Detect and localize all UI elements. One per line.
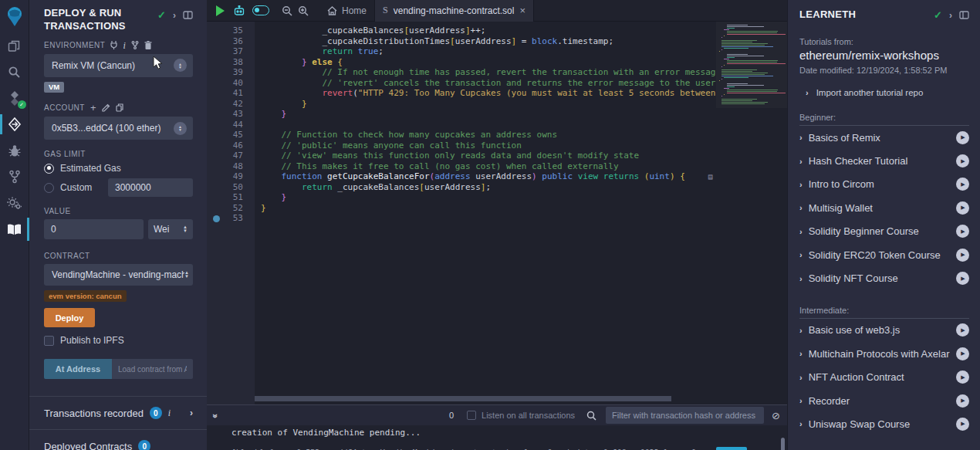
line-number[interactable]: 46: [207, 140, 255, 151]
edit-account-icon[interactable]: [102, 103, 110, 112]
custom-gas-radio[interactable]: [44, 183, 54, 193]
horizontal-scrollbar[interactable]: [255, 396, 671, 401]
line-number[interactable]: 53: [207, 213, 255, 224]
line-number[interactable]: 47: [207, 151, 255, 161]
pin-panel-icon[interactable]: [183, 11, 193, 19]
close-tab-icon[interactable]: ×: [519, 5, 525, 16]
line-number[interactable]: 38: [207, 57, 255, 68]
deployed-contracts-section[interactable]: Deployed Contracts 0: [29, 429, 207, 450]
copy-account-icon[interactable]: [116, 103, 123, 112]
start-tutorial-play-button[interactable]: ▶: [956, 154, 969, 167]
run-script-play-icon[interactable]: [216, 5, 225, 16]
start-tutorial-play-button[interactable]: ▶: [956, 418, 969, 431]
line-number[interactable]: 37: [207, 46, 255, 57]
plug-icon[interactable]: [110, 41, 117, 49]
copilot-toggle[interactable]: [252, 5, 269, 15]
line-number[interactable]: 43: [207, 109, 255, 120]
tutorial-item[interactable]: ›Basic use of web3.js▶: [799, 319, 969, 342]
line-number[interactable]: 36: [207, 36, 255, 47]
line-number[interactable]: 42: [207, 99, 255, 110]
start-tutorial-play-button[interactable]: ▶: [956, 347, 969, 360]
start-tutorial-play-button[interactable]: ▶: [956, 272, 969, 285]
contract-select[interactable]: VendingMachine - vending-machin ▲▼: [44, 264, 193, 286]
expand-chevron-icon[interactable]: ›: [173, 10, 176, 21]
tutorial-item[interactable]: ›Solidity ERC20 Token Course▶: [799, 243, 969, 266]
start-tutorial-play-button[interactable]: ▶: [956, 178, 969, 191]
zoom-out-icon[interactable]: [282, 5, 292, 16]
git-icon[interactable]: [0, 164, 29, 190]
line-number[interactable]: 45: [207, 130, 255, 140]
breakpoint-dot[interactable]: [213, 215, 220, 222]
start-tutorial-play-button[interactable]: ▶: [956, 370, 969, 384]
import-tutorial-repo[interactable]: › Import another tutorial repo: [799, 88, 969, 97]
debug-button[interactable]: [716, 447, 747, 450]
collapse-terminal-icon[interactable]: ››: [210, 414, 221, 417]
tutorial-item[interactable]: ›Intro to Circom▶: [799, 173, 969, 196]
environment-info-icon[interactable]: i: [123, 41, 125, 50]
learneth-expand-icon[interactable]: ›: [949, 10, 952, 21]
tab-vending-machine-contract[interactable]: S vending-machine-contract.sol ×: [374, 0, 534, 22]
debugger-icon[interactable]: [0, 137, 29, 164]
tutorial-item[interactable]: ›Multisig Wallet▶: [799, 196, 969, 219]
value-input[interactable]: [44, 219, 144, 239]
tutorial-item[interactable]: ›Multichain Protocols with Axelar▶: [799, 342, 969, 365]
ai-copilot-robot-icon[interactable]: [233, 5, 245, 16]
start-tutorial-play-button[interactable]: ▶: [956, 201, 969, 215]
terminal-filter-input[interactable]: [606, 407, 764, 424]
deploy-button[interactable]: Deploy: [44, 308, 95, 327]
start-tutorial-play-button[interactable]: ▶: [956, 249, 969, 262]
tutorial-item[interactable]: ›Solidity NFT Course▶: [799, 266, 969, 289]
minimap[interactable]: [716, 22, 787, 404]
editor-code[interactable]: _cupcakeBalances[userAddress]++; _cupcak…: [255, 22, 716, 404]
remix-logo-icon[interactable]: [0, 0, 29, 32]
start-tutorial-play-button[interactable]: ▶: [956, 131, 969, 144]
tutorial-item[interactable]: ›Hash Checker Tutorial▶: [799, 149, 969, 172]
line-number[interactable]: 52: [207, 203, 255, 214]
line-number[interactable]: 48: [207, 161, 255, 172]
zoom-in-icon[interactable]: [298, 5, 309, 16]
solidity-compiler-icon[interactable]: ✓: [0, 85, 29, 111]
search-icon[interactable]: [0, 59, 29, 85]
delete-environment-icon[interactable]: [144, 41, 152, 49]
custom-gas-input[interactable]: [108, 178, 193, 197]
line-number[interactable]: 35: [207, 25, 255, 36]
code-editor[interactable]: 35363738394041424344454647484950515253 _…: [207, 22, 787, 404]
environment-select[interactable]: Remix VM (Cancun) ▲▼: [44, 54, 193, 77]
transactions-recorded-section[interactable]: Transactions recorded 0 i ›: [29, 396, 207, 429]
value-unit-select[interactable]: Wei ▲▼: [148, 219, 193, 239]
learneth-book-icon[interactable]: [0, 216, 29, 242]
line-number[interactable]: 40: [207, 78, 255, 89]
tutorial-item[interactable]: ›Solidity Beginner Course▶: [799, 220, 969, 243]
start-tutorial-play-button[interactable]: ▶: [956, 394, 969, 408]
tutorial-item[interactable]: ›Basics of Remix▶: [799, 126, 969, 149]
at-address-input[interactable]: [112, 359, 193, 379]
at-address-button[interactable]: At Address: [44, 359, 112, 379]
deploy-run-icon[interactable]: [0, 111, 29, 137]
publish-ipfs-checkbox[interactable]: [44, 336, 54, 346]
clear-console-icon[interactable]: ⊘: [772, 410, 780, 421]
transactions-info-icon[interactable]: i: [168, 408, 171, 419]
listen-all-transactions-checkbox[interactable]: [467, 411, 476, 420]
start-tutorial-play-button[interactable]: ▶: [956, 323, 969, 337]
tutorial-item[interactable]: ›Recorder▶: [799, 389, 969, 412]
line-number[interactable]: 39: [207, 67, 255, 78]
line-number[interactable]: 44: [207, 120, 255, 130]
tutorial-item[interactable]: ›NFT Auction Contract▶: [799, 366, 969, 389]
terminal-scrollbar[interactable]: [781, 438, 785, 450]
transactions-expand-icon[interactable]: ›: [190, 408, 193, 418]
settings-icon[interactable]: [0, 190, 29, 216]
terminal-search-icon[interactable]: [586, 411, 596, 421]
line-number[interactable]: 49: [207, 171, 255, 182]
editor-gutter[interactable]: 35363738394041424344454647484950515253: [207, 22, 255, 404]
file-explorer-icon[interactable]: [0, 32, 29, 59]
add-account-icon[interactable]: +: [90, 103, 96, 113]
line-number[interactable]: 50: [207, 182, 255, 193]
line-number[interactable]: 41: [207, 88, 255, 99]
start-tutorial-play-button[interactable]: ▶: [956, 225, 969, 238]
estimated-gas-radio[interactable]: [44, 164, 54, 174]
line-number[interactable]: 51: [207, 192, 255, 203]
tutorial-item[interactable]: ›Uniswap Swap Course▶: [799, 412, 969, 435]
fork-state-icon[interactable]: [131, 41, 139, 49]
tab-home[interactable]: Home: [319, 0, 374, 22]
learneth-pin-panel-icon[interactable]: [959, 11, 969, 19]
